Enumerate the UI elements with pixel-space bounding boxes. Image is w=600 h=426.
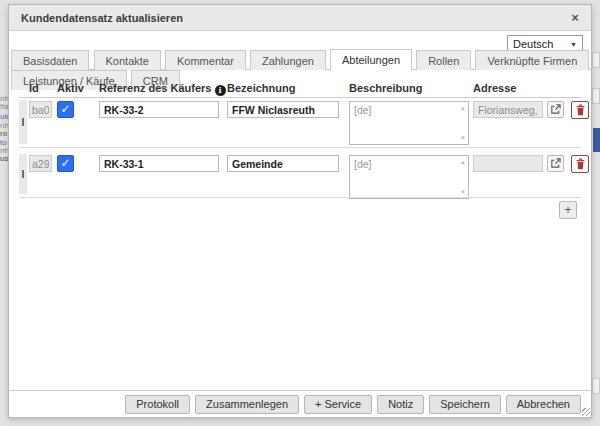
column-header-beschreibung: Beschreibung bbox=[349, 82, 422, 94]
dialog-footer: Protokoll Zusammenlegen + Service Notiz … bbox=[9, 390, 591, 417]
address-field bbox=[473, 101, 543, 118]
delete-row-button[interactable] bbox=[571, 101, 589, 119]
background-page-right bbox=[592, 0, 600, 426]
scroll-down-icon[interactable]: ▼ bbox=[460, 189, 466, 195]
tab-rollen[interactable]: Rollen bbox=[416, 50, 471, 70]
external-link-icon bbox=[550, 104, 561, 115]
background-artifact bbox=[592, 378, 600, 394]
scroll-up-icon[interactable]: ▲ bbox=[460, 159, 466, 165]
external-link-icon bbox=[550, 158, 561, 169]
drag-handle[interactable] bbox=[19, 154, 27, 194]
trash-icon bbox=[575, 104, 586, 116]
table-header: Id Aktiv Referenz des Käufersi Bezeichnu… bbox=[19, 81, 581, 98]
active-checkbox[interactable]: ✓ bbox=[57, 155, 74, 172]
background-artifact bbox=[592, 52, 600, 68]
column-header-bezeichnung: Bezeichnung bbox=[227, 82, 295, 94]
check-icon: ✓ bbox=[60, 102, 70, 116]
background-text-fragment: ulu bbox=[0, 113, 8, 121]
buyer-reference-input[interactable] bbox=[99, 155, 219, 172]
abbrechen-button[interactable]: Abbrechen bbox=[506, 395, 581, 414]
description-field-wrap: ▲ ▼ bbox=[349, 101, 469, 145]
row-divider bbox=[19, 197, 581, 198]
table-row: ✓ ▲ ▼ bbox=[9, 98, 591, 148]
dialog-title: Kundendatensatz aktualisieren bbox=[21, 12, 567, 24]
id-field bbox=[29, 101, 52, 118]
column-header-referenz: Referenz des Käufersi bbox=[99, 82, 226, 96]
trash-icon bbox=[575, 158, 586, 170]
scroll-up-icon[interactable]: ▲ bbox=[460, 105, 466, 111]
notiz-button[interactable]: Notiz bbox=[377, 395, 424, 414]
designation-input[interactable] bbox=[227, 101, 339, 118]
column-header-aktiv: Aktiv bbox=[57, 82, 84, 94]
description-textarea[interactable] bbox=[349, 101, 469, 145]
info-icon[interactable]: i bbox=[215, 85, 226, 96]
protokoll-button[interactable]: Protokoll bbox=[125, 395, 190, 414]
drag-handle[interactable] bbox=[19, 100, 27, 144]
id-field bbox=[29, 155, 52, 172]
delete-row-button[interactable] bbox=[571, 155, 589, 173]
table-row: ✓ ▲ ▼ bbox=[9, 152, 591, 198]
background-scrollbar-thumb bbox=[593, 128, 600, 152]
add-row-button[interactable]: + bbox=[559, 201, 577, 219]
background-text-fragment: fla bbox=[0, 103, 8, 111]
tab-kontakte[interactable]: Kontakte bbox=[94, 50, 161, 70]
tab-bar: Basisdaten Kontakte Kommentar Zahlungen … bbox=[11, 49, 591, 70]
resize-handle[interactable] bbox=[582, 408, 590, 416]
plus-icon: + bbox=[564, 203, 571, 217]
scroll-down-icon[interactable]: ▼ bbox=[460, 135, 466, 141]
check-icon: ✓ bbox=[60, 156, 70, 170]
chevron-down-icon: ▼ bbox=[570, 41, 577, 48]
background-page-left: nh fla ulu nh ro to nh us bbox=[0, 0, 8, 426]
drag-handle-mark bbox=[22, 118, 24, 126]
active-checkbox[interactable]: ✓ bbox=[57, 101, 74, 118]
buyer-reference-input[interactable] bbox=[99, 101, 219, 118]
tab-abteilungen[interactable]: Abteilungen bbox=[330, 49, 412, 70]
customer-record-dialog: Kundendatensatz aktualisieren × Deutsch … bbox=[8, 4, 592, 418]
zusammenlegen-button[interactable]: Zusammenlegen bbox=[195, 395, 299, 414]
address-field bbox=[473, 155, 543, 172]
edit-address-button[interactable] bbox=[547, 101, 564, 118]
description-textarea[interactable] bbox=[349, 155, 469, 199]
column-header-id: Id bbox=[29, 82, 39, 94]
background-text-fragment: us bbox=[0, 155, 8, 163]
speichern-button[interactable]: Speichern bbox=[429, 395, 501, 414]
tab-verknuepfte-firmen[interactable]: Verknüpfte Firmen bbox=[475, 50, 589, 70]
add-service-button[interactable]: + Service bbox=[304, 395, 372, 414]
row-divider bbox=[19, 147, 581, 148]
drag-handle-mark bbox=[22, 170, 24, 178]
background-artifact bbox=[592, 88, 600, 104]
dialog-titlebar: Kundendatensatz aktualisieren × bbox=[9, 5, 591, 31]
designation-input[interactable] bbox=[227, 155, 339, 172]
description-field-wrap: ▲ ▼ bbox=[349, 155, 469, 199]
column-header-adresse: Adresse bbox=[473, 82, 516, 94]
tab-basisdaten[interactable]: Basisdaten bbox=[11, 50, 89, 70]
tab-kommentar[interactable]: Kommentar bbox=[165, 50, 246, 70]
close-icon[interactable]: × bbox=[567, 10, 583, 26]
tab-zahlungen[interactable]: Zahlungen bbox=[250, 50, 326, 70]
edit-address-button[interactable] bbox=[547, 155, 564, 172]
background-text-fragment: ro bbox=[0, 130, 7, 138]
